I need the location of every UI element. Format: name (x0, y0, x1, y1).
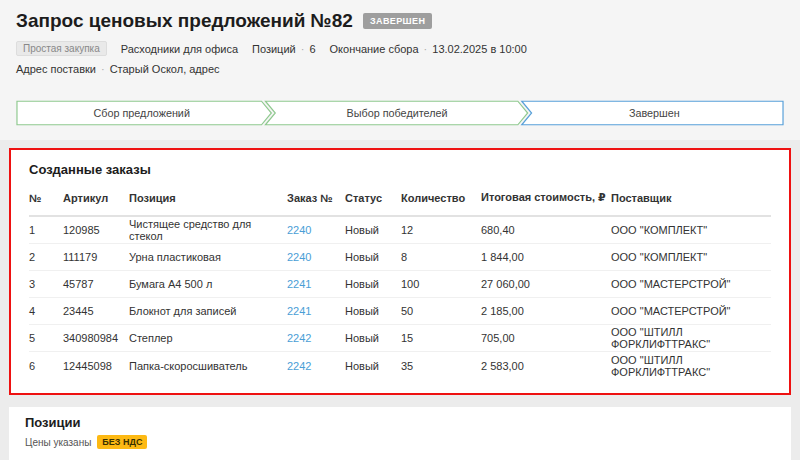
order-row: 5 340980984 Степлер 2242 Новый 15 705,00… (29, 325, 771, 352)
order-link[interactable]: 2240 (287, 251, 311, 263)
order-row: 2 111179 Урна пластиковая 2240 Новый 8 1… (29, 244, 771, 271)
separator-dot: · (424, 43, 428, 55)
deadline: Окончание сбора · 13.02.2025 в 10:00 (330, 43, 527, 55)
order-link[interactable]: 2242 (287, 360, 311, 372)
order-link[interactable]: 2241 (287, 278, 311, 290)
positions-count: Позиций · 6 (252, 43, 315, 55)
purchase-type-tag: Простая закупка (16, 41, 107, 56)
request-meta: Простая закупка Расходники для офиса Поз… (16, 41, 784, 56)
col-qty: Количество (401, 192, 481, 204)
separator-dot: · (101, 63, 105, 75)
category-label: Расходники для офиса (121, 43, 238, 55)
col-position: Позиция (129, 192, 287, 204)
step-winners-label: Выбор победителей (347, 107, 448, 119)
order-link[interactable]: 2242 (287, 332, 311, 344)
step-collect-label: Сбор предложений (93, 107, 189, 119)
col-supplier: Поставщик (611, 192, 771, 204)
stage-stepper: Сбор предложений Выбор победителей Завер… (0, 92, 800, 140)
order-link[interactable]: 2240 (287, 224, 311, 236)
step-finished-label: Завершен (629, 107, 680, 119)
delivery-address: Адрес поставки · Старый Оскол, адрес (16, 63, 784, 75)
orders-table-header: № Артикул Позиция Заказ № Статус Количес… (29, 191, 771, 217)
order-row: 3 45787 Бумага А4 500 л 2241 Новый 100 2… (29, 271, 771, 298)
col-num: № (29, 192, 63, 204)
positions-section: Позиции Цены указаны БЕЗ НДС № Позиции О… (9, 407, 791, 460)
positions-section-title: Позиции (25, 415, 775, 430)
page-title: Запрос ценовых предложений №82 (16, 10, 353, 32)
prices-note: Цены указаны БЕЗ НДС (25, 435, 775, 449)
status-badge: ЗАВЕРШЕН (363, 13, 432, 29)
created-orders-section: Созданные заказы № Артикул Позиция Заказ… (9, 148, 791, 395)
col-order-no: Заказ № (287, 192, 345, 204)
order-link[interactable]: 2241 (287, 305, 311, 317)
order-row: 1 120985 Чистящее средство для стекол 22… (29, 217, 771, 244)
order-row: 6 12445098 Папка-скоросшиватель 2242 Нов… (29, 352, 771, 379)
request-header: Запрос ценовых предложений №82 ЗАВЕРШЕН … (0, 0, 800, 92)
vat-badge: БЕЗ НДС (97, 435, 147, 449)
col-total: Итоговая стоимость, ₽ (481, 191, 611, 204)
orders-section-title: Созданные заказы (29, 162, 771, 177)
col-article: Артикул (63, 192, 129, 204)
order-row: 4 23445 Блокнот для записей 2241 Новый 5… (29, 298, 771, 325)
separator-dot: · (301, 43, 305, 55)
col-status: Статус (345, 192, 401, 204)
